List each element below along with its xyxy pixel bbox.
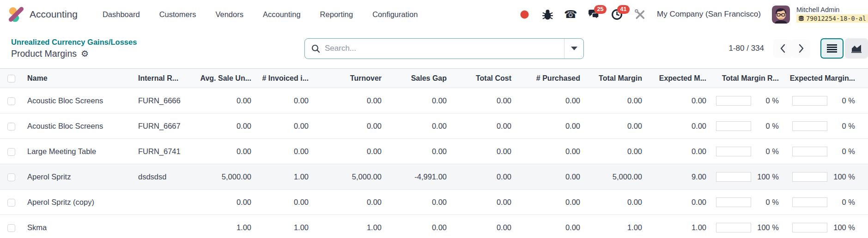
cell-expected-margin-rate[interactable]: 100 % [781, 164, 868, 190]
cell-purchased[interactable]: 0.00 [513, 215, 582, 238]
row-checkbox-cell[interactable] [0, 88, 22, 113]
column-header-total-margin-rate[interactable]: Total Margin R... [708, 69, 781, 88]
cell-turnover[interactable]: 1.00 [310, 215, 383, 238]
column-header-internal-ref[interactable]: Internal R... [136, 69, 185, 88]
graph-view-button[interactable] [845, 38, 868, 59]
pager-next-button[interactable] [792, 39, 810, 58]
cell-internal-ref[interactable] [136, 215, 185, 238]
table-row[interactable]: Acoustic Bloc Screens FURN_6667 0.00 0.0… [0, 113, 868, 139]
cell-expected-margin[interactable]: 9.00 [644, 164, 708, 190]
search-options-toggle[interactable] [564, 39, 583, 59]
cell-sales-gap[interactable]: -4,991.00 [383, 164, 449, 190]
cell-purchased[interactable]: 0.00 [513, 88, 582, 113]
breadcrumb-parent-link[interactable]: Unrealized Currency Gains/Losses [11, 38, 137, 47]
cell-sales-gap[interactable]: 0.00 [383, 215, 449, 238]
user-avatar[interactable] [772, 6, 790, 24]
cell-invoiced[interactable]: 1.00 [253, 164, 310, 190]
row-checkbox[interactable] [7, 199, 15, 207]
cell-name[interactable]: Aperol Spritz [22, 164, 136, 190]
cell-turnover[interactable]: 0.00 [310, 190, 383, 215]
cell-expected-margin-rate[interactable]: 0 % [781, 190, 868, 215]
cell-internal-ref[interactable] [136, 190, 185, 215]
cell-avg-sale[interactable]: 5,000.00 [185, 164, 253, 190]
cell-invoiced[interactable]: 0.00 [253, 113, 310, 139]
search-input[interactable] [325, 39, 564, 59]
cell-avg-sale[interactable]: 1.00 [185, 215, 253, 238]
tools-icon[interactable] [634, 8, 646, 20]
cell-purchased[interactable]: 0.00 [513, 190, 582, 215]
cell-total-margin[interactable]: 5,000.00 [582, 164, 644, 190]
cell-turnover[interactable]: 0.00 [310, 88, 383, 113]
cell-total-margin-rate[interactable]: 0 % [708, 190, 781, 215]
cell-expected-margin-rate[interactable]: 0 % [781, 113, 868, 139]
cell-sales-gap[interactable]: 0.00 [383, 113, 449, 139]
cell-sales-gap[interactable]: 0.00 [383, 88, 449, 113]
cell-avg-sale[interactable]: 0.00 [185, 139, 253, 164]
cell-total-cost[interactable]: 0.00 [449, 190, 513, 215]
table-row[interactable]: Acoustic Bloc Screens FURN_6666 0.00 0.0… [0, 88, 868, 113]
cell-total-margin[interactable]: 1.00 [582, 215, 644, 238]
row-checkbox-cell[interactable] [0, 215, 22, 238]
nav-item-configuration[interactable]: Configuration [372, 10, 418, 19]
cell-name[interactable]: Aperol Spritz (copy) [22, 190, 136, 215]
column-header-total-cost[interactable]: Total Cost [449, 69, 513, 88]
cell-total-margin[interactable]: 0.00 [582, 88, 644, 113]
cell-name[interactable]: Acoustic Bloc Screens [22, 113, 136, 139]
cell-total-margin[interactable]: 0.00 [582, 113, 644, 139]
cell-internal-ref[interactable]: FURN_6666 [136, 88, 185, 113]
debug-bug-icon[interactable] [541, 8, 553, 20]
column-header-expected-margin-rate[interactable]: Expected Margin... [781, 69, 868, 88]
cell-purchased[interactable]: 0.00 [513, 164, 582, 190]
voip-phone-icon[interactable]: ☎ [565, 8, 577, 20]
nav-item-vendors[interactable]: Vendors [215, 10, 243, 19]
cell-total-margin-rate[interactable]: 100 % [708, 215, 781, 238]
cell-total-cost[interactable]: 0.00 [449, 164, 513, 190]
cell-turnover[interactable]: 0.00 [310, 139, 383, 164]
column-header-expected-margin[interactable]: Expected M... [644, 69, 708, 88]
messages-icon[interactable]: 25 [588, 8, 600, 20]
select-all-checkbox[interactable] [7, 75, 15, 83]
row-checkbox[interactable] [7, 173, 15, 181]
column-header-turnover[interactable]: Turnover [310, 69, 383, 88]
cell-name[interactable]: Acoustic Bloc Screens [22, 88, 136, 113]
table-row[interactable]: Aperol Spritz (copy) 0.00 0.00 0.00 0.00… [0, 190, 868, 215]
row-checkbox-cell[interactable] [0, 190, 22, 215]
table-row[interactable]: Large Meeting Table FURN_6741 0.00 0.00 … [0, 139, 868, 164]
cell-expected-margin-rate[interactable]: 100 % [781, 215, 868, 238]
cell-expected-margin[interactable]: 1.00 [644, 215, 708, 238]
cell-name[interactable]: Skma [22, 215, 136, 238]
cell-expected-margin[interactable]: 0.00 [644, 88, 708, 113]
cell-sales-gap[interactable]: 0.00 [383, 139, 449, 164]
column-header-total-margin[interactable]: Total Margin [582, 69, 644, 88]
cell-total-margin-rate[interactable]: 0 % [708, 139, 781, 164]
cell-expected-margin-rate[interactable]: 0 % [781, 88, 868, 113]
row-checkbox[interactable] [7, 97, 15, 105]
column-header-sales-gap[interactable]: Sales Gap [383, 69, 449, 88]
cell-invoiced[interactable]: 0.00 [253, 88, 310, 113]
list-view-button[interactable] [820, 38, 844, 59]
cell-expected-margin[interactable]: 0.00 [644, 113, 708, 139]
column-header-avg-sale[interactable]: Avg. Sale Un... [185, 69, 253, 88]
row-checkbox-cell[interactable] [0, 113, 22, 139]
action-gear-icon[interactable]: ⚙ [81, 49, 89, 58]
user-menu[interactable]: Mitchell Admin 79012254-18-0-al [796, 6, 868, 23]
cell-internal-ref[interactable]: FURN_6741 [136, 139, 185, 164]
cell-total-margin-rate[interactable]: 0 % [708, 113, 781, 139]
accounting-app-icon[interactable] [8, 6, 24, 22]
nav-item-accounting[interactable]: Accounting [263, 10, 301, 19]
select-all-checkbox-cell[interactable] [0, 69, 22, 88]
cell-internal-ref[interactable]: FURN_6667 [136, 113, 185, 139]
cell-total-margin-rate[interactable]: 100 % [708, 164, 781, 190]
cell-internal-ref[interactable]: dsdsdsd [136, 164, 185, 190]
row-checkbox[interactable] [7, 224, 15, 232]
cell-total-cost[interactable]: 0.00 [449, 139, 513, 164]
cell-invoiced[interactable]: 0.00 [253, 139, 310, 164]
company-switcher[interactable]: My Company (San Francisco) [657, 10, 761, 19]
cell-total-margin[interactable]: 0.00 [582, 190, 644, 215]
cell-total-cost[interactable]: 0.00 [449, 88, 513, 113]
cell-turnover[interactable]: 5,000.00 [310, 164, 383, 190]
app-title[interactable]: Accounting [30, 9, 78, 20]
cell-expected-margin[interactable]: 0.00 [644, 139, 708, 164]
cell-expected-margin[interactable]: 0.00 [644, 190, 708, 215]
cell-total-cost[interactable]: 0.00 [449, 215, 513, 238]
